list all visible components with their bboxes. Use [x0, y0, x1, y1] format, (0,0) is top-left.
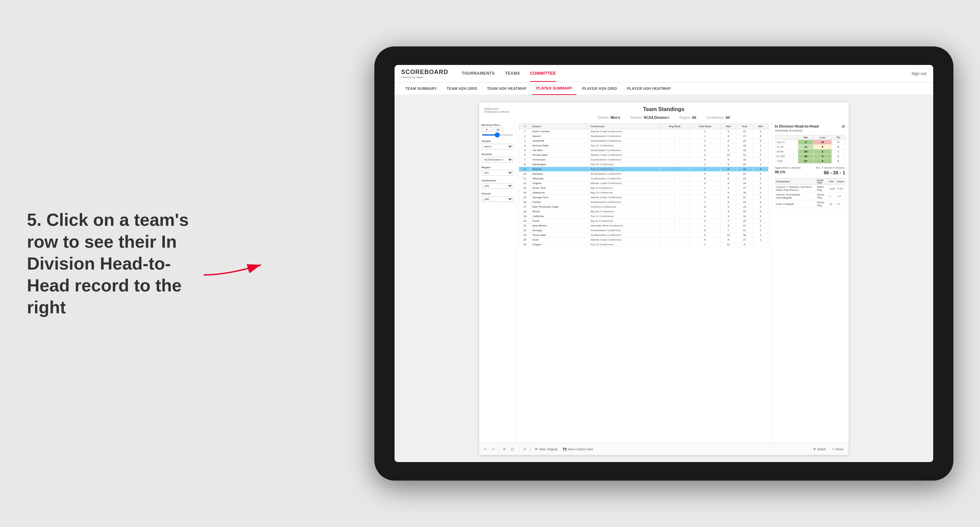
- table-row[interactable]: 16 Florida Southeastern Conference - 7 9…: [519, 200, 768, 205]
- nav-committee[interactable]: COMMITTEE: [530, 66, 556, 82]
- wlt-record: 86 - 26 - 1: [824, 170, 845, 175]
- table-row[interactable]: 8 Washington Pac-12 Conference - 2 8 23 …: [519, 162, 768, 167]
- cell-tour: 24: [736, 181, 753, 186]
- cell-conf-rank: 3: [689, 219, 721, 224]
- cell-conf-rank: 1: [689, 167, 721, 171]
- cell-school: East Tennessee State: [531, 205, 589, 210]
- paste-btn[interactable]: 📋: [509, 447, 516, 452]
- cell-rds: 9: [721, 200, 736, 205]
- cell-win: 1: [753, 148, 768, 153]
- conference-select[interactable]: (All): [482, 183, 513, 189]
- redo-btn[interactable]: ↪: [490, 447, 496, 452]
- table-row[interactable]: 15 Georgia Tech Atlantic Coast Conferenc…: [519, 195, 768, 200]
- cell-conference: Pac-12 Conference: [589, 167, 660, 171]
- col-reg-rank[interactable]: Reg Rank: [660, 124, 689, 129]
- filter-group-region: Region N/A: [482, 166, 513, 176]
- view-original-btn[interactable]: 👁 View: Original: [533, 447, 559, 452]
- cell-conf-rank: 6: [689, 176, 721, 181]
- cell-rds: 10: [721, 233, 736, 238]
- cell-tour: 23: [736, 139, 753, 143]
- table-row[interactable]: 4 Arizona State Pac-12 Conference - 3 9 …: [519, 143, 768, 148]
- min-rou-input[interactable]: [482, 127, 492, 132]
- main-content: Update time: 27/03/2024 16:56:26 Team St…: [395, 95, 933, 462]
- sub-nav-team-summary[interactable]: TEAM SUMMARY: [401, 82, 441, 95]
- cell-win: 6: [753, 134, 768, 139]
- h2h-team: University of Arizona: [775, 129, 819, 132]
- col-school[interactable]: School: [531, 124, 589, 129]
- sub-nav-team-h2h-grid[interactable]: TEAM H2H GRID: [443, 82, 481, 95]
- cell-reg-rank: -: [660, 210, 689, 214]
- cell-tour: 25: [736, 210, 753, 214]
- sub-nav-player-summary[interactable]: PLAYER SUMMARY: [532, 82, 576, 95]
- cell-conf-rank: 2: [689, 139, 721, 143]
- cell-conf-rank: 1: [689, 134, 721, 139]
- cell-school: Georgia: [531, 228, 589, 233]
- sign-out-link[interactable]: Sign out: [911, 71, 926, 76]
- cell-win: 4: [753, 129, 768, 134]
- standings-table: # School Conference Reg Rank Conf Rank R…: [519, 124, 768, 247]
- cell-conf-rank: 4: [689, 214, 721, 219]
- cell-rank: 22: [519, 228, 531, 233]
- h2h-cell-tie: 0: [832, 145, 845, 149]
- cell-conf-rank: 2: [689, 153, 721, 157]
- table-row[interactable]: 12 Virginia Atlantic Coast Conference - …: [519, 181, 768, 186]
- cell-tour: 27: [736, 134, 753, 139]
- cell-reg-rank: -: [660, 162, 689, 167]
- table-row[interactable]: 2 Auburn Southeastern Conference - 1 9 2…: [519, 134, 768, 139]
- school-select[interactable]: (All): [482, 196, 513, 202]
- min-rou-slider[interactable]: [482, 134, 513, 136]
- col-win[interactable]: Win: [753, 124, 768, 129]
- gender-select[interactable]: Men's: [482, 144, 513, 149]
- col-rank[interactable]: #: [519, 124, 531, 129]
- h2h-close-button[interactable]: ⊗: [841, 124, 845, 129]
- col-tour[interactable]: Tour: [736, 124, 753, 129]
- table-row[interactable]: 13 Texas Tech Big 12 Conference - 1 9 27…: [519, 186, 768, 190]
- table-row[interactable]: 23 Texas A&M Southeastern Conference - 9…: [519, 233, 768, 238]
- sub-nav-team-h2h-heatmap[interactable]: TEAM H2H HEATMAP: [483, 82, 531, 95]
- table-row[interactable]: 11 Arkansas Southeastern Conference - 6 …: [519, 176, 768, 181]
- cell-win: 2: [753, 186, 768, 190]
- table-row[interactable]: 6 Florida State Atlantic Coast Conferenc…: [519, 153, 768, 157]
- table-row[interactable]: 22 Georgia Southeastern Conference - 8 7…: [519, 228, 768, 233]
- cell-conference: Pac-12 Conference: [589, 143, 660, 148]
- table-row[interactable]: 25 Oregon Pac-12 Conference - 7 21 0: [519, 242, 768, 247]
- copy-btn[interactable]: ⧉: [502, 446, 507, 452]
- opponents-row: Opponents in division: W-L-T record in-d…: [775, 166, 845, 169]
- sub-nav-player-h2h-heatmap[interactable]: PLAYER H2H HEATMAP: [623, 82, 675, 95]
- table-row[interactable]: 7 Tennessee Southeastern Conference - 4 …: [519, 157, 768, 162]
- table-row[interactable]: 9 Arizona Pac-12 Conference - 1 8 23 3: [519, 167, 768, 171]
- content-area: Minimum Rou... Gender Men's: [479, 121, 849, 443]
- save-custom-btn[interactable]: 💾 Save Custom View: [561, 447, 595, 452]
- table-row[interactable]: 24 Duke Atlantic Coast Conference - 5 9 …: [519, 238, 768, 242]
- table-row[interactable]: 17 East Tennessee State Southern Confere…: [519, 205, 768, 210]
- share-btn[interactable]: ↗ Share: [830, 447, 845, 452]
- table-row[interactable]: 21 New Mexico Mountain West Conference -…: [519, 224, 768, 228]
- nav-tournaments[interactable]: TOURNAMENTS: [462, 66, 495, 82]
- table-row[interactable]: 3 Vanderbilt Southeastern Conference - 2…: [519, 139, 768, 143]
- cell-win: 1: [753, 143, 768, 148]
- watch-btn[interactable]: 👁 Watch: [811, 447, 827, 452]
- min-rou-max-input[interactable]: [493, 127, 503, 132]
- col-conf-rank[interactable]: Conf Rank: [689, 124, 721, 129]
- undo-btn[interactable]: ↩: [482, 447, 488, 452]
- division-select[interactable]: NCAA Division I: [482, 157, 513, 162]
- sub-nav-player-h2h-grid[interactable]: PLAYER H2H GRID: [578, 82, 621, 95]
- nav-teams[interactable]: TEAMS: [505, 66, 520, 82]
- table-row[interactable]: 10 Alabama Southeastern Conference - 5 8…: [519, 171, 768, 176]
- cell-win: 4: [753, 195, 768, 200]
- col-rds[interactable]: Rds: [721, 124, 736, 129]
- cell-rank: 16: [519, 200, 531, 205]
- col-conference[interactable]: Conference: [589, 124, 660, 129]
- region-select[interactable]: N/A: [482, 170, 513, 176]
- share-label: Share: [835, 448, 843, 451]
- table-row[interactable]: 18 Illinois Big Ten Conference - 1 9 25 …: [519, 210, 768, 214]
- table-row[interactable]: 20 Texas Big 12 Conference - 3 7 20 3: [519, 219, 768, 224]
- update-time: Update time: 27/03/2024 16:56:26: [484, 107, 509, 113]
- table-row[interactable]: 14 Oklahoma Big 12 Conference - 2 9 26 2: [519, 190, 768, 195]
- cell-conference: Big 12 Conference: [589, 186, 660, 190]
- table-row[interactable]: 19 California Pac-12 Conference - 4 8 24…: [519, 214, 768, 219]
- table-row[interactable]: 5 Ole Miss Southeastern Conference - 3 6…: [519, 148, 768, 153]
- cell-tour: 18: [736, 157, 753, 162]
- table-row[interactable]: 1 North Carolina Atlantic Coast Conferen…: [519, 129, 768, 134]
- time-btn[interactable]: ⏱: [522, 447, 528, 452]
